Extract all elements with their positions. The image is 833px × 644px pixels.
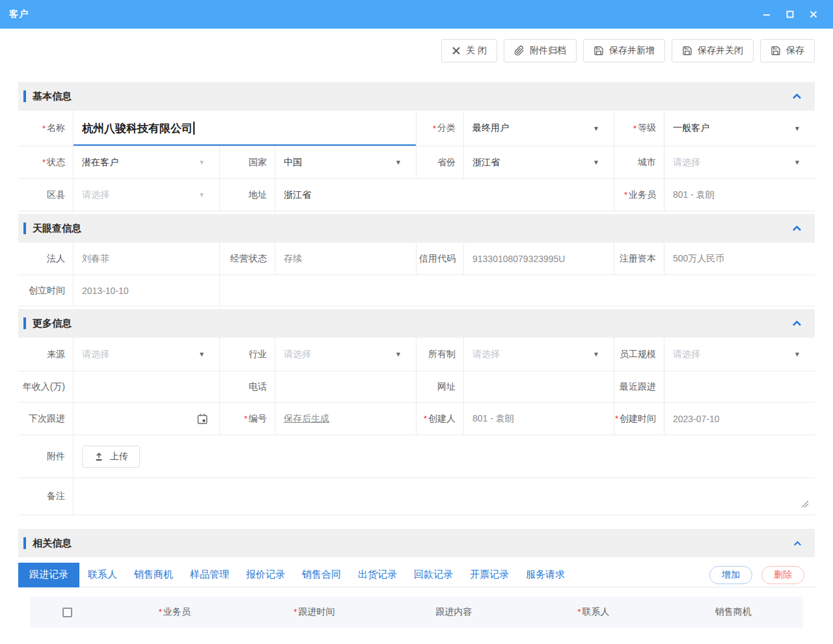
chevron-up-icon (793, 541, 802, 546)
section-tianyancha-info: 天眼查信息 法人 刘春菲 经营状态 存续 信用代码 91330108079323… (18, 214, 815, 306)
close-form-button[interactable]: 关 闭 (441, 39, 497, 62)
credit-code-label: 信用代码 (416, 243, 464, 275)
phone-input[interactable] (275, 371, 416, 402)
collapse-button[interactable] (792, 225, 802, 232)
tab-sample-management[interactable]: 样品管理 (182, 563, 238, 587)
attachment-archive-label: 附件归档 (530, 45, 566, 57)
upload-button[interactable]: 上传 (82, 446, 140, 468)
related-tabbar: 跟进记录 联系人 销售商机 样品管理 报价记录 销售合同 出货记录 回款记录 开… (18, 563, 815, 587)
city-select[interactable]: 请选择▼ (664, 146, 815, 178)
level-select[interactable]: 一般客户▼ (664, 111, 815, 146)
name-input[interactable]: 杭州八骏科技有限公司 (74, 111, 416, 146)
dropdown-arrow-icon: ▼ (198, 191, 205, 198)
dropdown-arrow-icon: ▼ (794, 351, 800, 358)
delete-button[interactable]: 删除 (761, 566, 804, 584)
add-button[interactable]: 增加 (709, 566, 752, 584)
column-header-followup-time: *跟进时间 (245, 606, 385, 618)
calendar-icon[interactable] (196, 412, 209, 425)
province-label: 省份 (416, 146, 464, 178)
maximize-icon (785, 10, 795, 19)
legal-person-label: 法人 (18, 243, 74, 275)
remark-textarea[interactable] (74, 478, 815, 515)
minimize-button[interactable] (761, 9, 772, 20)
accent-bar (23, 317, 26, 329)
tab-sales-contracts[interactable]: 销售合同 (294, 563, 349, 587)
minimize-icon (762, 10, 771, 19)
tab-shipment-records[interactable]: 出货记录 (349, 563, 405, 587)
select-all-checkbox[interactable] (62, 608, 72, 617)
dropdown-arrow-icon: ▼ (593, 159, 599, 166)
industry-select[interactable]: 请选择▼ (275, 338, 416, 371)
paperclip-icon (514, 46, 525, 56)
next-followup-date-input[interactable] (74, 403, 220, 435)
save-label: 保存 (786, 45, 804, 57)
section-title: 基本信息 (33, 90, 72, 103)
dropdown-arrow-icon: ▼ (593, 125, 599, 132)
maximize-button[interactable] (785, 9, 795, 20)
tab-contacts[interactable]: 联系人 (79, 563, 126, 587)
save-button[interactable]: 保存 (760, 39, 815, 62)
salesperson-label: *业务员 (614, 179, 664, 211)
section-more-info: 更多信息 来源 请选择▼ 行业 请选择▼ 所有制 请选择▼ 员工规模 请选择▼ … (18, 309, 815, 515)
collapse-button[interactable] (792, 93, 802, 100)
column-header-salesperson: *业务员 (105, 606, 245, 618)
tab-sales-opportunities[interactable]: 销售商机 (126, 563, 182, 587)
close-window-button[interactable] (808, 9, 819, 20)
website-input[interactable] (464, 371, 614, 402)
creator-label: *创建人 (416, 403, 464, 435)
section-title: 天眼查信息 (33, 222, 81, 235)
founded-date-label: 创立时间 (18, 275, 74, 306)
name-label: *名称 (18, 111, 74, 146)
chevron-up-icon (792, 93, 802, 100)
window-title: 客户 (9, 8, 29, 20)
recent-followup-label: 最近跟进 (614, 371, 664, 402)
section-basic-info: 基本信息 *名称 杭州八骏科技有限公司 *分类 最终用户▼ *等级 一般客户▼ … (18, 82, 815, 211)
section-title: 相关信息 (33, 537, 72, 550)
recent-followup-field (664, 371, 815, 402)
collapse-button[interactable] (792, 320, 802, 327)
collapse-button[interactable] (793, 541, 802, 546)
dropdown-arrow-icon: ▼ (395, 159, 402, 166)
annual-revenue-input[interactable] (74, 371, 220, 402)
save-and-new-button[interactable]: 保存并新增 (583, 39, 665, 62)
category-select[interactable]: 最终用户▼ (464, 111, 614, 146)
tab-payment-records[interactable]: 回款记录 (405, 563, 461, 587)
attachment-label: 附件 (18, 435, 74, 477)
district-select: 请选择▼ (74, 179, 220, 211)
phone-label: 电话 (220, 371, 275, 402)
annual-revenue-label: 年收入(万) (18, 371, 74, 402)
upload-label: 上传 (110, 451, 128, 463)
ownership-label: 所有制 (416, 338, 464, 371)
section-header-tianyancha: 天眼查信息 (18, 214, 815, 243)
attachment-field: 上传 (74, 435, 815, 477)
followup-table-header: *业务员 *跟进时间 跟进内容 *联系人 销售商机 (30, 597, 803, 628)
country-label: 国家 (220, 146, 275, 178)
province-select[interactable]: 浙江省▼ (464, 146, 614, 178)
salesperson-field: 801 - 袁朗 (664, 179, 815, 211)
save-and-close-button[interactable]: 保存并关闭 (672, 39, 754, 62)
source-select[interactable]: 请选择▼ (74, 338, 220, 371)
tab-invoice-records[interactable]: 开票记录 (461, 563, 517, 587)
tab-quotation-records[interactable]: 报价记录 (238, 563, 294, 587)
city-label: 城市 (614, 146, 664, 178)
employee-scale-select[interactable]: 请选择▼ (664, 338, 815, 371)
window-titlebar: 客户 (0, 0, 833, 29)
column-header-followup-content: 跟进内容 (384, 606, 524, 618)
address-input[interactable]: 浙江省 (275, 179, 614, 211)
operating-status-label: 经营状态 (220, 243, 275, 275)
country-select[interactable]: 中国▼ (275, 146, 416, 178)
address-label: 地址 (220, 179, 275, 211)
column-header-contact: *联系人 (524, 606, 664, 618)
tab-service-requests[interactable]: 服务请求 (517, 563, 573, 587)
resize-handle[interactable] (801, 500, 809, 508)
source-label: 来源 (18, 338, 74, 371)
save-icon (682, 46, 692, 56)
save-icon (771, 46, 781, 56)
attachment-archive-button[interactable]: 附件归档 (504, 39, 577, 62)
legal-person-field: 刘春菲 (74, 243, 220, 275)
accent-bar (23, 537, 26, 549)
ownership-select[interactable]: 请选择▼ (464, 338, 614, 371)
code-label: *编号 (220, 403, 275, 435)
section-header-more: 更多信息 (18, 309, 815, 338)
tab-followup-records[interactable]: 跟进记录 (18, 563, 79, 587)
